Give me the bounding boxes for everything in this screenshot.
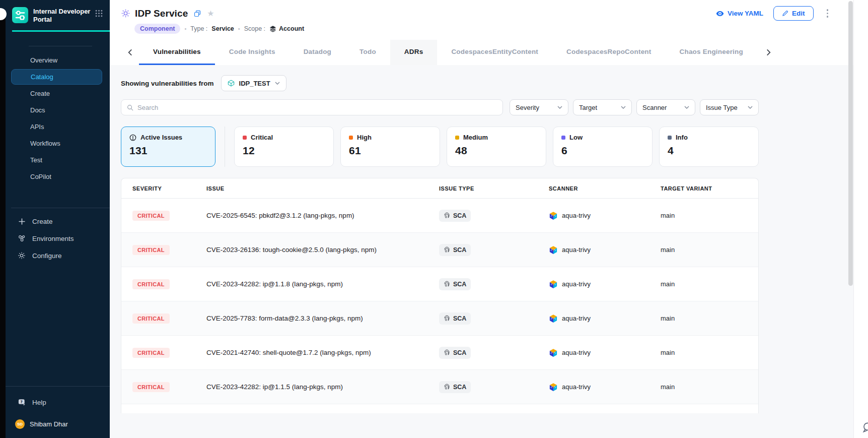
tab[interactable]: ADRs bbox=[390, 40, 438, 65]
star-icon[interactable]: ★ bbox=[207, 10, 214, 18]
scanner-cell: aqua-trivy bbox=[549, 280, 661, 289]
edit-button[interactable]: Edit bbox=[773, 6, 814, 21]
sidebar-nav-item[interactable]: Catalog bbox=[11, 69, 102, 85]
issue-type-pill: SCA bbox=[439, 210, 471, 222]
tab[interactable]: Datadog bbox=[290, 40, 345, 65]
chevron-down-icon bbox=[748, 106, 753, 109]
avatar: SD bbox=[15, 419, 25, 429]
copy-icon[interactable] bbox=[194, 10, 201, 17]
layers-stack-icon bbox=[269, 25, 276, 32]
severity-card[interactable]: Critical 12 bbox=[234, 127, 334, 167]
type-label: Type : bbox=[190, 25, 207, 32]
sidebar-nav-item[interactable]: APIs bbox=[11, 119, 102, 135]
fingerprint-icon bbox=[444, 281, 450, 287]
search-input[interactable] bbox=[137, 104, 497, 111]
tabs-scroll-right-icon[interactable] bbox=[759, 40, 777, 65]
app-window: Internal Developer Portal Overview Catal… bbox=[0, 0, 868, 438]
severity-count: 12 bbox=[243, 145, 325, 157]
sidebar-create-button[interactable]: Create bbox=[0, 213, 110, 230]
scanner-filter[interactable]: Scanner bbox=[636, 99, 695, 115]
column-issue-type: ISSUE TYPE bbox=[439, 185, 549, 192]
sidebar-divider bbox=[11, 208, 110, 208]
column-target-variant: TARGET VARIANT bbox=[661, 185, 758, 192]
tab[interactable]: CodespacesRepoContent bbox=[552, 40, 665, 65]
plus-icon bbox=[17, 218, 26, 225]
severity-dot bbox=[243, 136, 247, 140]
tab[interactable]: Code Insights bbox=[215, 40, 290, 65]
fingerprint-icon bbox=[444, 212, 450, 219]
tab[interactable]: Chaos Engineering bbox=[666, 40, 757, 65]
vertical-scrollbar[interactable] bbox=[848, 1, 853, 286]
severity-badge: CRITICAL bbox=[132, 279, 170, 289]
tabs-scroll-left-icon[interactable] bbox=[121, 40, 139, 65]
tabs-strip: Vulnerabilities Code Insights Datadog To… bbox=[139, 40, 759, 65]
severity-badge: CRITICAL bbox=[132, 211, 170, 221]
showing-label: Showing vulnerabilities from bbox=[121, 80, 214, 87]
help-button[interactable]: ? Help bbox=[0, 394, 110, 411]
service-gear-icon bbox=[121, 9, 130, 18]
sidebar-nav-item[interactable]: CoPilot bbox=[11, 169, 102, 184]
right-rail bbox=[853, 0, 868, 438]
tab[interactable]: CodespacesEntityContent bbox=[437, 40, 552, 65]
table-header-row: SEVERITY ISSUE ISSUE TYPE SCANNER TARGET… bbox=[121, 178, 758, 199]
tab[interactable]: Todo bbox=[345, 40, 390, 65]
issue-text: CVE-2025-7783: form-data@2.3.3 (lang-pkg… bbox=[206, 315, 439, 322]
user-menu[interactable]: SD Shibam Dhar bbox=[0, 411, 110, 438]
sidebar-nav-item[interactable]: Workflows bbox=[11, 136, 102, 151]
sidebar-nav-item[interactable]: Docs bbox=[11, 102, 102, 118]
active-issues-card[interactable]: Active Issues 131 bbox=[121, 127, 215, 167]
table-row[interactable]: CRITICAL CVE-2025-6545: pbkdf2@3.1.2 (la… bbox=[121, 199, 758, 233]
severity-badge: CRITICAL bbox=[132, 314, 170, 324]
table-row[interactable]: CRITICAL CVE-2023-42282: ip@1.1.8 (lang-… bbox=[121, 267, 758, 301]
gear-icon bbox=[17, 252, 26, 260]
severity-count: 61 bbox=[349, 145, 431, 157]
tab[interactable]: Vulnerabilities bbox=[139, 40, 215, 65]
entity-meta: Component • Type : Service • Scope : Acc… bbox=[134, 24, 831, 34]
sidebar-configure-button[interactable]: Configure bbox=[0, 247, 110, 264]
chevron-down-icon bbox=[684, 106, 689, 109]
assistant-bubble-icon[interactable] bbox=[861, 421, 868, 436]
pencil-icon bbox=[782, 10, 788, 17]
trivy-icon bbox=[549, 245, 558, 255]
trivy-icon bbox=[549, 211, 558, 220]
severity-card[interactable]: Low 6 bbox=[553, 127, 653, 167]
severity-card[interactable]: Medium 48 bbox=[447, 127, 546, 167]
app-launcher-icon[interactable] bbox=[95, 10, 103, 19]
severity-filter[interactable]: Severity bbox=[510, 99, 568, 115]
issue-text: CVE-2021-42740: shell-quote@1.7.2 (lang-… bbox=[206, 349, 439, 356]
sidebar-nav-item[interactable]: Create bbox=[11, 86, 102, 101]
trivy-icon bbox=[549, 280, 558, 289]
sidebar-nav-item[interactable]: Test bbox=[11, 152, 102, 168]
severity-card[interactable]: Info 4 bbox=[659, 127, 759, 167]
fingerprint-icon bbox=[444, 349, 450, 356]
active-issues-count: 131 bbox=[129, 145, 207, 157]
brand-underline bbox=[12, 30, 110, 32]
issue-type-pill: SCA bbox=[439, 381, 471, 393]
sidebar-environments-button[interactable]: Environments bbox=[0, 230, 110, 247]
sidebar-nav-item[interactable]: Overview bbox=[11, 52, 102, 68]
table-row[interactable]: CRITICAL CVE-2025-7783: form-data@2.3.3 … bbox=[121, 301, 758, 336]
table-row[interactable]: CRITICAL CVE-2021-42740: shell-quote@1.7… bbox=[121, 336, 758, 370]
vulnerabilities-panel: Showing vulnerabilities from IDP_TEST bbox=[110, 65, 853, 413]
sidebar: Internal Developer Portal Overview Catal… bbox=[0, 0, 110, 438]
issue-type-pill: SCA bbox=[439, 278, 471, 290]
target-filter[interactable]: Target bbox=[573, 99, 632, 115]
scanner-cell: aqua-trivy bbox=[549, 245, 661, 255]
more-options-icon[interactable] bbox=[824, 7, 832, 20]
main-area: IDP Service ★ bbox=[110, 0, 853, 438]
cube-icon bbox=[228, 80, 235, 87]
table-row[interactable]: CRITICAL CVE-2023-42282: ip@1.1.5 (lang-… bbox=[121, 370, 758, 404]
search-icon bbox=[127, 104, 133, 111]
chevron-down-icon bbox=[557, 106, 562, 109]
issue-type-pill: SCA bbox=[439, 312, 471, 325]
vulnerabilities-table: SEVERITY ISSUE ISSUE TYPE SCANNER TARGET… bbox=[121, 178, 759, 413]
view-yaml-link[interactable]: View YAML bbox=[716, 10, 763, 18]
severity-count: 48 bbox=[455, 145, 538, 157]
scanner-cell: aqua-trivy bbox=[549, 383, 661, 392]
column-severity: SEVERITY bbox=[132, 185, 206, 192]
table-row[interactable]: CRITICAL CVE-2023-26136: tough-cookie@2.… bbox=[121, 233, 758, 267]
source-select[interactable]: IDP_TEST bbox=[221, 75, 286, 91]
issue-type-filter[interactable]: Issue Type bbox=[700, 99, 759, 115]
portal-title: Internal Developer Portal bbox=[33, 7, 95, 24]
severity-card[interactable]: High 61 bbox=[340, 127, 440, 167]
